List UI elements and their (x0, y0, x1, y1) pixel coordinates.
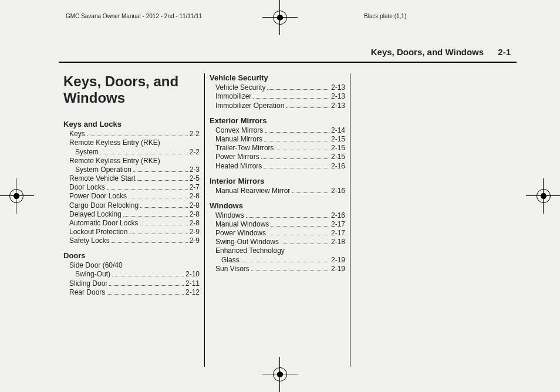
toc-item: Door Locks2-7 (63, 183, 200, 192)
doc-id: GMC Savana Owner Manual - 2012 - 2nd - 1… (66, 13, 202, 19)
section-vehicle-security: Vehicle Security (210, 73, 345, 82)
toc-item: Keys2-2 (63, 130, 200, 138)
toc-item: Enhanced Technology (210, 246, 345, 255)
toc-item: Swing-Out Windows2-18 (210, 238, 345, 246)
toc-item: Automatic Door Locks2-8 (63, 219, 200, 228)
toc-item: Glass2-19 (210, 255, 345, 264)
reg-mark-right (526, 178, 560, 214)
toc-item: System Operation2-3 (63, 165, 200, 174)
page-content: Keys, Doors, and Windows 2-1 Keys, Doors… (59, 47, 517, 363)
toc-item: Lockout Protection2-9 (63, 228, 200, 236)
toc-item: Power Windows2-17 (210, 229, 345, 238)
section-interior-mirrors: Interior Mirrors (210, 177, 345, 185)
column-2: Vehicle Security Vehicle Security2-13 Im… (204, 73, 350, 367)
toc-item: Manual Rearview Mirror2-16 (210, 187, 345, 195)
section-exterior-mirrors: Exterior Mirrors (210, 116, 345, 125)
toc-item: Windows2-16 (210, 211, 345, 220)
toc-item: Remote Vehicle Start2-5 (63, 174, 200, 183)
toc-item: Remote Keyless Entry (RKE) (63, 138, 200, 147)
toc-item: Delayed Locking2-8 (63, 210, 200, 219)
toc-item: Heated Mirrors2-16 (210, 161, 345, 170)
section-doors: Doors (63, 251, 200, 260)
toc-item: System2-2 (63, 147, 200, 156)
toc-item: Safety Locks2-9 (63, 236, 200, 245)
running-head-page: 2-1 (498, 47, 511, 57)
section-keys-and-locks: Keys and Locks (63, 120, 200, 129)
reg-mark-left (0, 178, 34, 214)
toc-item: Power Door Locks2-8 (63, 192, 200, 201)
rule-top (59, 62, 517, 63)
toc-item: Sliding Door2-11 (63, 279, 200, 288)
column-3 (350, 73, 495, 367)
toc-item: Sun Visors2-19 (210, 265, 345, 273)
toc-item: Convex Mirrors2-14 (210, 126, 345, 135)
toc-item: Vehicle Security2-13 (210, 83, 345, 92)
printer-header: GMC Savana Owner Manual - 2012 - 2nd - 1… (59, 13, 501, 21)
running-head-title: Keys, Doors, and Windows (371, 47, 484, 57)
toc-item: Cargo Door Relocking2-8 (63, 201, 200, 209)
toc-item: Manual Mirrors2-15 (210, 135, 345, 144)
section-windows: Windows (210, 201, 345, 210)
toc-item: Trailer-Tow Mirrors2-15 (210, 144, 345, 153)
toc-item: Immobilizer2-13 (210, 92, 345, 101)
toc-item: Rear Doors2-12 (63, 288, 200, 297)
toc-item: Manual Windows2-17 (210, 220, 345, 229)
toc-item: Power Mirrors2-15 (210, 153, 345, 161)
plate-id: Black plate (1,1) (364, 13, 406, 19)
toc-item: Side Door (60/40 (63, 261, 200, 270)
column-1: Keys, Doors, and Windows Keys and Locks … (59, 73, 204, 367)
toc-item: Immobilizer Operation2-13 (210, 101, 345, 110)
running-head: Keys, Doors, and Windows 2-1 (59, 47, 517, 60)
toc-item: Swing-Out)2-10 (63, 270, 200, 279)
toc-item: Remote Keyless Entry (RKE) (63, 157, 200, 165)
chapter-title: Keys, Doors, and Windows (63, 73, 200, 106)
